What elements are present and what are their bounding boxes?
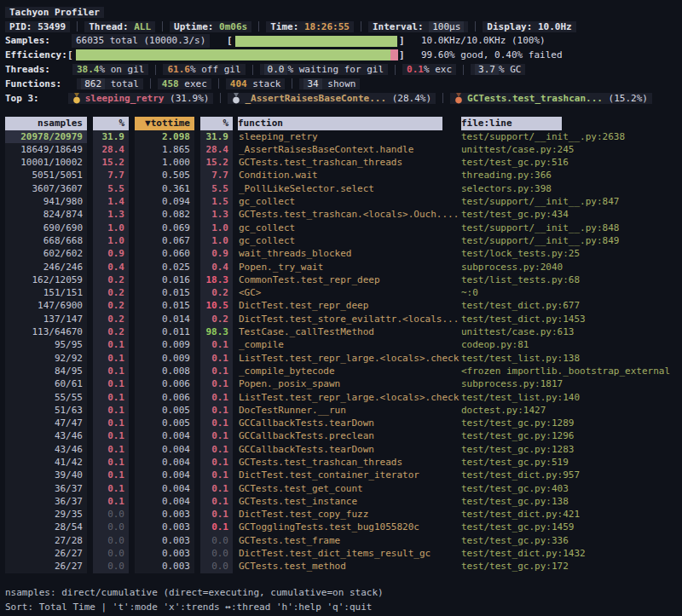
table-row[interactable]: 941/9801.40.0941.5gc_collecttest/support… bbox=[0, 195, 682, 208]
fileline-cell: codeop.py:81 bbox=[461, 338, 682, 351]
fileline-cell: test/test_gc.py:138 bbox=[461, 495, 682, 508]
table-row[interactable]: 28/540.00.0030.1GCTogglingTests.test_bug… bbox=[0, 521, 682, 533]
table-row[interactable]: 10001/1000215.21.00015.2GCTests.test_tra… bbox=[0, 156, 682, 169]
function-cell: DictTest.test_dict_items_result_gc bbox=[238, 547, 461, 560]
function-cell: DictTest.test_container_iterator bbox=[238, 469, 461, 481]
table-row[interactable]: 43/460.10.0040.1GCCallbackTests.tearDown… bbox=[0, 443, 682, 456]
table-row[interactable]: 36/370.10.0040.1GCTests.test_instancetes… bbox=[0, 495, 682, 508]
threads-label: Threads: bbox=[5, 64, 50, 75]
column-header-tottime-sorted[interactable]: ▼tottime bbox=[135, 117, 194, 130]
table-row[interactable]: 55/550.10.0060.1ListTest.test_repr_large… bbox=[0, 391, 682, 404]
table-row[interactable]: 26/270.00.0030.0GCTests.test_methodtest/… bbox=[0, 560, 682, 573]
column-header-function[interactable]: function bbox=[238, 117, 442, 130]
direct-pct-cell: 0.1 bbox=[93, 338, 129, 351]
function-cell: GCTests.test_frame bbox=[238, 534, 461, 547]
fileline-cell: test/support/__init__.py:847 bbox=[461, 195, 682, 208]
table-row[interactable]: 95/950.10.0090.1_compilecodeop.py:81 bbox=[0, 338, 682, 351]
table-row[interactable]: 20978/2097931.92.09831.9sleeping_retryte… bbox=[0, 130, 682, 143]
table-row[interactable]: 92/920.10.0090.1ListTest.test_repr_large… bbox=[0, 352, 682, 365]
table-row[interactable]: 147/69000.20.01510.5DictTest.test_repr_d… bbox=[0, 299, 682, 312]
table-row[interactable]: 3607/36075.50.3615.5_PollLikeSelector.se… bbox=[0, 182, 682, 195]
cum-pct-cell: 0.2 bbox=[200, 313, 233, 325]
table-row[interactable]: 113/646700.20.01198.3TestCase._callTestM… bbox=[0, 325, 682, 338]
tachyon-profiler-window: Tachyon Profiler PID: 53499 Thread: ALL … bbox=[0, 0, 682, 616]
table-row[interactable]: 668/6681.00.0671.0gc_collecttest/support… bbox=[0, 234, 682, 247]
direct-pct-cell: 0.1 bbox=[93, 377, 129, 390]
column-header-direct-pct[interactable]: % bbox=[93, 117, 129, 130]
table-row[interactable]: 18649/1864928.41.86528.4_AssertRaisesBas… bbox=[0, 143, 682, 156]
divider bbox=[361, 21, 361, 32]
table-row[interactable]: 824/8741.30.0821.3GCTests.test_trashcan.… bbox=[0, 208, 682, 221]
samples-row: Samples: 66035 total (10000.3/s) [ ] 10.… bbox=[0, 34, 682, 49]
nsamples-cell: 162/12059 bbox=[5, 273, 87, 286]
direct-pct-cell: 0.1 bbox=[93, 417, 129, 429]
direct-pct-cell: 0.1 bbox=[93, 429, 129, 442]
table-row[interactable]: 690/6901.00.0691.0gc_collecttest/support… bbox=[0, 222, 682, 234]
fileline-cell: test/test_gc.py:336 bbox=[461, 534, 682, 547]
cum-pct-cell: 10.5 bbox=[200, 299, 233, 312]
footer: nsamples: direct/cumulative (direct=exec… bbox=[0, 585, 682, 614]
table-row[interactable]: 36/370.10.0040.1GCTests.test_get_countte… bbox=[0, 482, 682, 495]
direct-pct-cell: 0.1 bbox=[93, 365, 129, 377]
cum-pct-cell: 0.1 bbox=[200, 404, 233, 417]
divider bbox=[475, 21, 476, 32]
table-row[interactable]: 29/350.00.0030.1DictTest.test_copy_fuzzt… bbox=[0, 508, 682, 521]
function-cell: DictTest.test_store_evilattr.<locals... bbox=[238, 313, 461, 325]
cum-pct-cell: 0.1 bbox=[200, 456, 233, 469]
fileline-cell: subprocess.py:2040 bbox=[461, 261, 682, 273]
table-row[interactable]: 27/280.00.0030.0GCTests.test_frametest/t… bbox=[0, 534, 682, 547]
table-row[interactable]: 5051/50517.70.5057.7Condition.waitthread… bbox=[0, 169, 682, 181]
table-row[interactable]: 602/6020.90.0600.9wait_threads_blockedte… bbox=[0, 247, 682, 260]
display-field: Display: 10.0Hz bbox=[483, 21, 575, 32]
tottime-cell: 0.025 bbox=[135, 261, 194, 273]
cum-pct-cell: 0.1 bbox=[200, 391, 233, 404]
direct-pct-cell: 0.1 bbox=[93, 482, 129, 495]
fileline-cell: test/list_tests.py:68 bbox=[461, 273, 682, 286]
top3-name-3: GCTests.test_trashcan... bbox=[467, 93, 603, 104]
cum-pct-cell: 1.0 bbox=[200, 222, 233, 234]
tottime-cell: 0.011 bbox=[135, 325, 194, 338]
direct-pct-cell: 0.0 bbox=[93, 547, 129, 560]
direct-pct-cell: 0.1 bbox=[93, 456, 129, 469]
function-cell: _compile_bytecode bbox=[238, 365, 461, 377]
cum-pct-cell: 1.5 bbox=[200, 195, 233, 208]
top3-pct-3: (15.2%) bbox=[609, 93, 648, 104]
table-row[interactable]: 43/460.10.0040.1GCCallbackTests.preclean… bbox=[0, 429, 682, 442]
profile-table: nsamples % ▼tottime % function file:line… bbox=[0, 117, 682, 573]
nsamples-cell: 47/47 bbox=[5, 417, 87, 429]
tottime-cell: 0.005 bbox=[135, 417, 194, 429]
direct-pct-cell: 5.5 bbox=[93, 182, 129, 195]
table-row[interactable]: 51/630.10.0050.1DocTestRunner.__rundocte… bbox=[0, 404, 682, 417]
table-row[interactable]: 246/2460.40.0250.4Popen._try_waitsubproc… bbox=[0, 261, 682, 273]
fileline-cell: test/test_dict.py:1432 bbox=[461, 547, 682, 560]
table-row[interactable]: 26/270.00.0030.0DictTest.test_dict_items… bbox=[0, 547, 682, 560]
nsamples-cell: 20978/20979 bbox=[5, 130, 87, 143]
efficiency-label: Efficiency: bbox=[5, 48, 67, 62]
divider bbox=[258, 21, 259, 32]
function-cell: gc_collect bbox=[238, 234, 461, 247]
function-cell: _AssertRaisesBaseContext.handle bbox=[238, 143, 461, 156]
thread-field[interactable]: Thread: ALL bbox=[84, 21, 155, 32]
silver-medal-icon bbox=[232, 93, 240, 104]
tottime-cell: 0.006 bbox=[135, 377, 194, 390]
table-row[interactable]: 84/950.10.0080.1_compile_bytecode<frozen… bbox=[0, 365, 682, 377]
top3-item-3: GCTests.test_trashcan... (15.2%) bbox=[450, 93, 652, 104]
fileline-cell: test/test_gc.py:403 bbox=[461, 482, 682, 495]
efficiency-progress-bar bbox=[76, 49, 398, 60]
table-row[interactable]: 41/420.10.0040.1GCTests.test_trashcan_th… bbox=[0, 456, 682, 469]
column-header-fileline[interactable]: file:line bbox=[461, 117, 562, 130]
table-row[interactable]: 151/1510.20.0150.2<GC>~:0 bbox=[0, 286, 682, 299]
table-row[interactable]: 39/400.10.0040.1DictTest.test_container_… bbox=[0, 469, 682, 481]
column-header-nsamples[interactable]: nsamples bbox=[5, 117, 87, 130]
table-row[interactable]: 162/120590.20.01618.3CommonTest.test_rep… bbox=[0, 273, 682, 286]
tottime-cell: 0.004 bbox=[135, 443, 194, 456]
table-row[interactable]: 47/470.10.0050.1GCCallbackTests.tearDown… bbox=[0, 417, 682, 429]
column-header-cum-pct[interactable]: % bbox=[200, 117, 233, 130]
table-row[interactable]: 137/1470.20.0140.2DictTest.test_store_ev… bbox=[0, 313, 682, 325]
samples-bar-close-bracket: ] bbox=[399, 34, 405, 49]
cum-pct-cell: 1.3 bbox=[200, 208, 233, 221]
function-cell: GCTests.test_instance bbox=[238, 495, 461, 508]
table-row[interactable]: 60/610.10.0060.1Popen._posix_spawnsubpro… bbox=[0, 377, 682, 390]
fileline-cell: test/test_gc.py:1459 bbox=[461, 521, 682, 533]
tottime-cell: 0.004 bbox=[135, 429, 194, 442]
